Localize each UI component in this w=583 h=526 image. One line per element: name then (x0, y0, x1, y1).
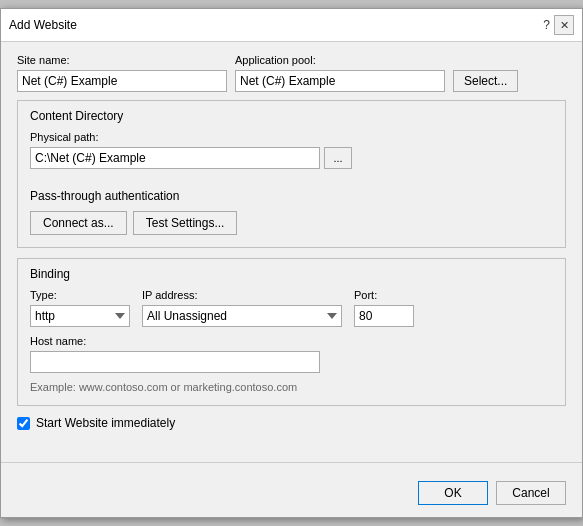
binding-title: Binding (30, 267, 553, 281)
title-bar: Add Website ? ✕ (1, 9, 582, 42)
app-pool-label: Application pool: (235, 54, 445, 66)
type-label: Type: (30, 289, 130, 301)
start-website-label[interactable]: Start Website immediately (17, 416, 175, 430)
host-name-label: Host name: (30, 335, 553, 347)
start-website-text: Start Website immediately (36, 416, 175, 430)
port-input[interactable] (354, 305, 414, 327)
browse-button[interactable]: ... (324, 147, 352, 169)
select-button[interactable]: Select... (453, 70, 518, 92)
auth-buttons: Connect as... Test Settings... (30, 211, 553, 235)
cancel-button[interactable]: Cancel (496, 481, 566, 505)
dialog-body: Site name: Application pool: Select... C… (1, 42, 582, 458)
ip-address-label: IP address: (142, 289, 342, 301)
type-select[interactable]: http https (30, 305, 130, 327)
site-name-input[interactable] (17, 70, 227, 92)
site-app-row: Site name: Application pool: Select... (17, 54, 566, 92)
ip-address-group: IP address: All Unassigned (142, 289, 342, 327)
start-website-checkbox[interactable] (17, 417, 30, 430)
close-button[interactable]: ✕ (554, 15, 574, 35)
title-bar-controls: ? ✕ (543, 15, 574, 35)
binding-row: Type: http https IP address: All Unassig… (30, 289, 553, 327)
content-directory-section: Content Directory Physical path: ... Pas… (17, 100, 566, 248)
port-label: Port: (354, 289, 414, 301)
type-group: Type: http https (30, 289, 130, 327)
host-name-input[interactable] (30, 351, 320, 373)
start-website-section: Start Website immediately (17, 416, 566, 430)
binding-section: Binding Type: http https IP address: All… (17, 258, 566, 406)
physical-path-label: Physical path: (30, 131, 553, 143)
site-name-label: Site name: (17, 54, 227, 66)
site-name-group: Site name: (17, 54, 227, 92)
select-btn-group: Select... (453, 54, 518, 92)
host-name-row: Host name: (30, 335, 553, 373)
dialog-footer: OK Cancel (1, 473, 582, 517)
physical-path-row: ... (30, 147, 553, 169)
add-website-dialog: Add Website ? ✕ Site name: Application p… (0, 8, 583, 518)
ip-address-select[interactable]: All Unassigned (142, 305, 342, 327)
app-pool-group: Application pool: (235, 54, 445, 92)
pass-through-label: Pass-through authentication (30, 189, 553, 203)
app-pool-input[interactable] (235, 70, 445, 92)
dialog-title: Add Website (9, 18, 77, 32)
port-group: Port: (354, 289, 414, 327)
physical-path-input[interactable] (30, 147, 320, 169)
ok-button[interactable]: OK (418, 481, 488, 505)
example-text: Example: www.contoso.com or marketing.co… (30, 381, 553, 393)
connect-as-button[interactable]: Connect as... (30, 211, 127, 235)
content-directory-title: Content Directory (30, 109, 553, 123)
test-settings-button[interactable]: Test Settings... (133, 211, 238, 235)
physical-path-group: Physical path: ... (30, 131, 553, 179)
help-icon[interactable]: ? (543, 18, 550, 32)
